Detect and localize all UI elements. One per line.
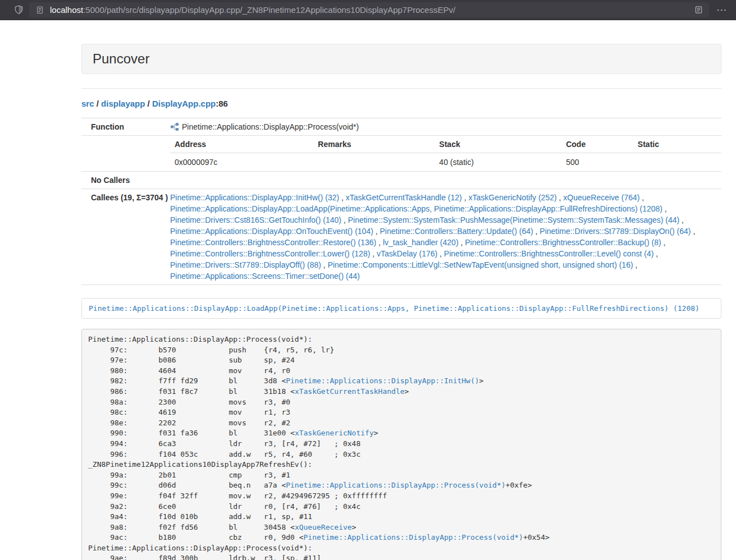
breadcrumb-link[interactable]: src: [81, 99, 94, 108]
reader-mode-icon[interactable]: [691, 3, 706, 17]
function-name-cell: Pinetime::Applications::DisplayApp::Proc…: [166, 118, 721, 136]
address-table-header: Address Remarks Stack Code Static: [170, 136, 721, 153]
overflow-menu-icon[interactable]: ⋯: [715, 3, 729, 17]
symbol-link[interactable]: xTaskGetCurrentTaskHandle: [295, 387, 405, 396]
page-icon[interactable]: [33, 3, 47, 17]
address-table: Address Remarks Stack Code Static 0x0000…: [170, 136, 721, 171]
symbol-link[interactable]: xTaskGenericNotify: [295, 429, 374, 437]
callee-link[interactable]: Pinetime::Controllers::Battery::Update()…: [380, 227, 533, 236]
callee-link[interactable]: Pinetime::Controllers::BrightnessControl…: [170, 238, 376, 247]
callee-link[interactable]: Pinetime::Components::LittleVgl::SetNewT…: [328, 260, 633, 269]
divider: [81, 88, 721, 89]
selected-symbol-box: Pinetime::Applications::DisplayApp::Load…: [81, 298, 721, 319]
callees-list: Pinetime::Applications::DisplayApp::Init…: [166, 189, 721, 285]
col-code: Code: [561, 136, 633, 153]
breadcrumb-link[interactable]: displayapp: [101, 99, 145, 108]
symbol-link[interactable]: Pinetime::Applications::DisplayApp::Proc…: [286, 481, 505, 489]
url-path: :5000/path/src/displayapp/DisplayApp.cpp…: [83, 5, 455, 15]
symbol-link[interactable]: Pinetime::Applications::DisplayApp::Init…: [286, 377, 479, 385]
callee-link[interactable]: Pinetime::Controllers::BrightnessControl…: [465, 238, 661, 247]
callee-link[interactable]: Pinetime::Drivers::Cst816S::GetTouchInfo…: [170, 215, 341, 224]
callee-link[interactable]: Pinetime::Controllers::BrightnessControl…: [170, 249, 370, 258]
function-label: Function: [81, 118, 166, 136]
col-static: Static: [633, 136, 721, 153]
browser-toolbar: localhost:5000/path/src/displayapp/Displ…: [0, 0, 736, 20]
callee-link[interactable]: xQueueReceive (764): [563, 193, 639, 202]
callee-link[interactable]: vTaskDelay (176): [377, 249, 437, 258]
symbol-link[interactable]: xQueueReceive: [295, 523, 352, 531]
url-host: localhost: [50, 5, 83, 15]
callee-link[interactable]: Pinetime::Applications::Screens::Timer::…: [170, 272, 360, 281]
shield-icon[interactable]: [11, 3, 26, 17]
callee-link[interactable]: Pinetime::Applications::DisplayApp::Init…: [170, 193, 339, 202]
remarks-value: [313, 153, 435, 172]
address-row-label: [81, 136, 166, 172]
callee-link[interactable]: lv_task_handler (420): [383, 238, 459, 247]
callee-link[interactable]: Pinetime::Applications::DisplayApp::OnTo…: [170, 227, 373, 236]
url-bar[interactable]: localhost:5000/path/src/displayapp/Displ…: [29, 2, 709, 17]
address-value: 0x0000097c: [170, 153, 313, 172]
callee-link[interactable]: Pinetime::Controllers::BrightnessControl…: [444, 249, 653, 258]
callee-link[interactable]: Pinetime::System::SystemTask::PushMessag…: [348, 215, 680, 224]
callee-link[interactable]: Pinetime::Drivers::St7789::DisplayOff() …: [170, 260, 321, 269]
static-value: [633, 153, 721, 172]
callee-link[interactable]: xTaskGetCurrentTaskHandle (12): [346, 193, 462, 202]
function-row: Function Pinetime::Applications::Display…: [81, 118, 721, 136]
main-content: Puncover src / displayapp / DisplayApp.c…: [81, 44, 721, 560]
breadcrumb: src / displayapp / DisplayApp.cpp:86: [81, 99, 721, 108]
callees-row: Callees (19, Σ=3704 ) Pinetime::Applicat…: [81, 189, 721, 285]
address-values-row: 0x0000097c 40 (static) 500: [170, 153, 721, 172]
function-table: Function Pinetime::Applications::Display…: [81, 118, 721, 285]
stack-value: 40 (static): [435, 153, 561, 172]
symbol-link[interactable]: Pinetime::Applications::DisplayApp::Proc…: [304, 533, 523, 541]
col-stack: Stack: [435, 136, 561, 153]
address-row: Address Remarks Stack Code Static 0x0000…: [81, 136, 721, 172]
function-icon: [170, 122, 179, 131]
col-address: Address: [170, 136, 313, 153]
page-title: Puncover: [93, 51, 149, 66]
code-value: 500: [561, 153, 633, 172]
callee-link[interactable]: xTaskGenericNotify (252): [468, 193, 556, 202]
callee-link[interactable]: Pinetime::Drivers::St7789::DisplayOn() (…: [540, 227, 691, 236]
app-header: Puncover: [81, 44, 721, 74]
selected-symbol-link[interactable]: Pinetime::Applications::DisplayApp::Load…: [89, 304, 700, 313]
url-text: localhost:5000/path/src/displayapp/Displ…: [50, 5, 455, 15]
no-callers-row: No Callers: [81, 172, 721, 189]
col-remarks: Remarks: [313, 136, 435, 153]
no-callers-label: No Callers: [81, 172, 166, 189]
function-name: Pinetime::Applications::DisplayApp::Proc…: [182, 122, 359, 131]
disassembly-code: Pinetime::Applications::DisplayApp::Proc…: [81, 329, 721, 560]
breadcrumb-link[interactable]: DisplayApp.cpp: [152, 99, 216, 108]
callee-link[interactable]: Pinetime::Applications::DisplayApp::Load…: [170, 204, 662, 213]
callees-label: Callees (19, Σ=3704 ): [81, 189, 166, 285]
